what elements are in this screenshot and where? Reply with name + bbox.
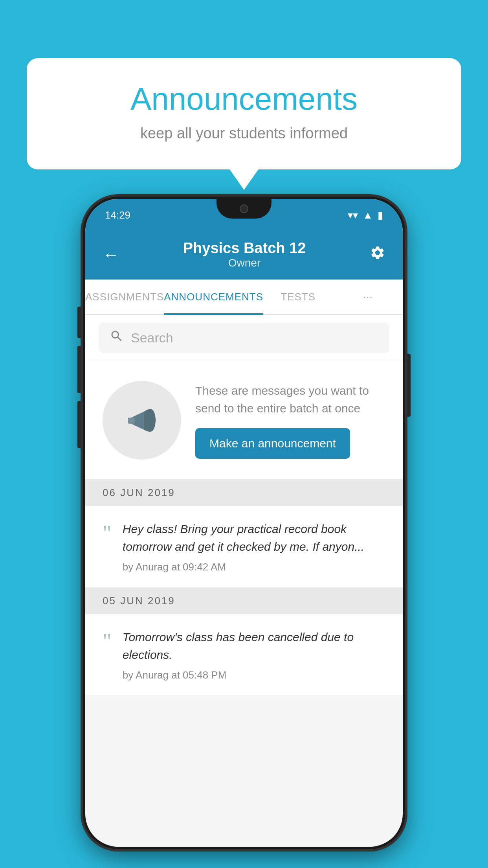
- announcement-item-1[interactable]: " Hey class! Bring your practical record…: [85, 506, 403, 588]
- date-divider-2: 05 JUN 2019: [85, 588, 403, 614]
- svg-rect-0: [128, 417, 135, 423]
- tab-announcements[interactable]: ANNOUNCEMENTS: [164, 280, 263, 314]
- header-center: Physics Batch 12 Owner: [183, 240, 306, 269]
- speech-bubble-container: Announcements keep all your students inf…: [27, 58, 461, 169]
- phone-outer: 14:29 ▾▾ ▲ ▮ ← Physics Batch 12 Owner: [83, 197, 405, 849]
- search-bar[interactable]: Search: [99, 323, 389, 353]
- make-announcement-button[interactable]: Make an announcement: [195, 428, 350, 459]
- announcement-author-1: by Anurag at 09:42 AM: [123, 561, 385, 573]
- announcement-text-1: Hey class! Bring your practical record b…: [123, 520, 385, 555]
- header-title: Physics Batch 12: [183, 240, 306, 257]
- empty-state-description: These are messages you want to send to t…: [195, 382, 385, 417]
- notch-cutout: [216, 199, 272, 219]
- search-icon: [110, 329, 124, 347]
- search-container: Search: [85, 315, 403, 361]
- battery-icon: ▮: [378, 209, 383, 221]
- wifi-icon: ▾▾: [348, 209, 358, 221]
- empty-state: These are messages you want to send to t…: [85, 361, 403, 480]
- status-bar: 14:29 ▾▾ ▲ ▮: [85, 199, 403, 231]
- date-divider-1: 06 JUN 2019: [85, 480, 403, 506]
- bubble-title: Announcements: [58, 82, 430, 116]
- announcement-content-1: Hey class! Bring your practical record b…: [123, 520, 385, 573]
- tab-more[interactable]: ···: [333, 280, 403, 314]
- phone-mockup: 14:29 ▾▾ ▲ ▮ ← Physics Batch 12 Owner: [83, 197, 405, 849]
- camera-dot: [240, 204, 248, 213]
- speech-bubble: Announcements keep all your students inf…: [27, 58, 461, 169]
- phone-button-volume-up: [77, 346, 81, 393]
- phone-button-volume-down: [77, 401, 81, 448]
- tab-assignments[interactable]: ASSIGNMENTS: [85, 280, 164, 314]
- signal-icon: ▲: [363, 209, 373, 221]
- search-placeholder: Search: [131, 330, 173, 346]
- header-subtitle: Owner: [183, 257, 306, 269]
- tab-tests[interactable]: TESTS: [263, 280, 333, 314]
- bubble-subtitle: keep all your students informed: [58, 125, 430, 142]
- announcement-content-2: Tomorrow's class has been cancelled due …: [123, 628, 385, 681]
- settings-icon[interactable]: [370, 245, 385, 264]
- phone-button-power: [407, 354, 411, 417]
- status-icons: ▾▾ ▲ ▮: [348, 209, 383, 221]
- empty-state-right: These are messages you want to send to t…: [195, 382, 385, 459]
- status-time: 14:29: [105, 209, 130, 221]
- phone-button-volume-mute: [77, 307, 81, 338]
- app-header: ← Physics Batch 12 Owner: [85, 231, 403, 280]
- phone-screen: 14:29 ▾▾ ▲ ▮ ← Physics Batch 12 Owner: [85, 199, 403, 847]
- back-button[interactable]: ←: [103, 245, 119, 264]
- quote-icon-1: ": [103, 522, 112, 544]
- quote-icon-2: ": [103, 631, 112, 653]
- tab-bar: ASSIGNMENTS ANNOUNCEMENTS TESTS ···: [85, 280, 403, 315]
- announcement-text-2: Tomorrow's class has been cancelled due …: [123, 628, 385, 664]
- announcement-author-2: by Anurag at 05:48 PM: [123, 669, 385, 681]
- announcement-circle-icon: [103, 381, 181, 460]
- announcement-item-2[interactable]: " Tomorrow's class has been cancelled du…: [85, 614, 403, 696]
